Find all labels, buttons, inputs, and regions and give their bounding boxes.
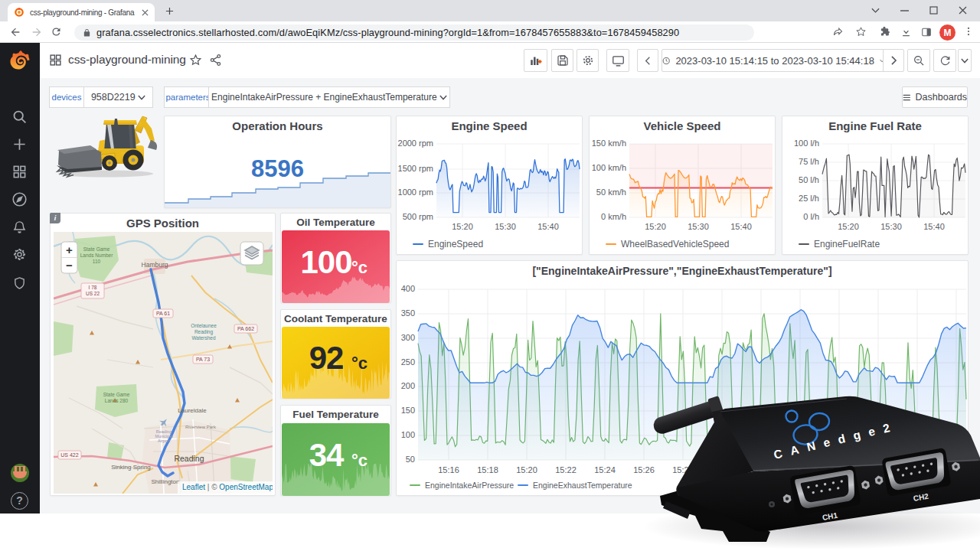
svg-text:US 422: US 422 xyxy=(60,452,78,458)
svg-text:Leaflet | © OpenStreetMap: Leaflet | © OpenStreetMap xyxy=(182,483,273,491)
svg-text:US 22: US 22 xyxy=(86,291,100,296)
svg-text:Lands Number: Lands Number xyxy=(80,253,113,258)
svg-text:Sinking Spring: Sinking Spring xyxy=(111,464,151,471)
svg-text:Airport: Airport xyxy=(158,439,171,443)
svg-text:PA 73: PA 73 xyxy=(196,357,210,362)
svg-text:Riverview Park: Riverview Park xyxy=(185,425,217,429)
svg-text:PA 61: PA 61 xyxy=(156,311,170,316)
svg-text:Ontelaunee: Ontelaunee xyxy=(191,323,217,328)
svg-text:Hamburg: Hamburg xyxy=(142,261,168,269)
svg-text:Watershed: Watershed xyxy=(191,335,216,341)
svg-text:I 78: I 78 xyxy=(89,285,97,290)
svg-text:−: − xyxy=(66,259,73,272)
svg-text:Reading: Reading xyxy=(174,454,204,463)
svg-text:Lands 280: Lands 280 xyxy=(105,398,129,403)
svg-text:PA 662: PA 662 xyxy=(237,326,254,331)
svg-text:Laureldale: Laureldale xyxy=(178,407,207,414)
svg-text:110: 110 xyxy=(93,259,101,264)
svg-text:Reading: Reading xyxy=(194,329,214,335)
svg-text:+: + xyxy=(66,243,73,256)
svg-text:State Game: State Game xyxy=(103,392,130,397)
svg-text:Shillington: Shillington xyxy=(152,478,180,485)
svg-text:State Game: State Game xyxy=(83,246,110,252)
